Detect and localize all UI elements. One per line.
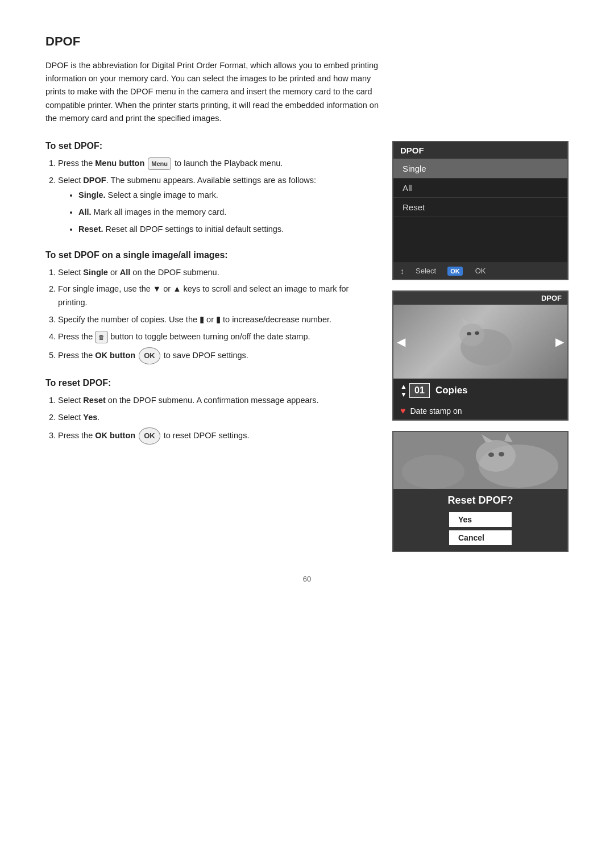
set-dpof-step-1: Press the Menu button Menu to launch the…	[58, 157, 375, 171]
svg-point-8	[476, 440, 516, 472]
bullet-single: Single. Select a single image to mark.	[78, 189, 375, 202]
reset-screen: Reset DPOF? Yes Cancel	[392, 431, 569, 552]
section-title-single-all: To set DPOF on a single image/all images…	[45, 250, 375, 260]
date-stamp-row: ♥ Date stamp on	[393, 402, 567, 420]
copies-label: Copies	[435, 385, 468, 396]
single-all-step-4: Press the 🗑 button to toggle between tur…	[58, 330, 375, 344]
single-all-steps: Select Single or All on the DPOF submenu…	[58, 266, 375, 364]
reset-dpof-step-2: Select Yes.	[58, 411, 375, 425]
heart-icon: ♥	[400, 406, 406, 416]
copies-box: ▲ ▼ 01	[400, 383, 430, 398]
reset-dpof-step-1: Select Reset on the DPOF submenu. A conf…	[58, 394, 375, 408]
nav-arrow-right-icon[interactable]: ▶	[555, 335, 564, 348]
content-area: To set DPOF: Press the Menu button Menu …	[45, 141, 569, 552]
copies-down-btn[interactable]: ▼	[400, 391, 407, 398]
reset-dpof-step-3: Press the OK button OK to reset DPOF set…	[58, 427, 375, 444]
svg-point-13	[402, 455, 464, 489]
svg-point-1	[459, 323, 484, 346]
right-column: DPOF Single All Reset ↕ Select OK OK DPO…	[392, 141, 569, 552]
svg-point-12	[499, 452, 504, 456]
ok-button-icon-1: OK	[139, 347, 160, 364]
reset-dialog-title: Reset DPOF?	[447, 495, 513, 506]
ok-badge: OK	[447, 267, 464, 276]
nav-arrow-left-icon[interactable]: ◀	[397, 335, 405, 348]
reset-dpof-steps: Select Reset on the DPOF submenu. A conf…	[58, 394, 375, 445]
bullet-all: All. Mark all images in the memory card.	[78, 206, 375, 219]
copies-arrows: ▲ ▼	[400, 383, 407, 398]
section-title-reset-dpof: To reset DPOF:	[45, 378, 375, 388]
footer-select-label: Select	[416, 267, 436, 275]
dpof-menu-item-single: Single	[393, 159, 567, 178]
trash-button-icon: 🗑	[95, 331, 108, 343]
ok-button-icon-2: OK	[139, 427, 160, 444]
single-all-step-3: Specify the number of copies. Use the ▮ …	[58, 313, 375, 327]
copies-control-row: ▲ ▼ 01 Copies	[393, 379, 567, 402]
cat-illustration-2	[393, 432, 569, 489]
cat-image-reset	[393, 432, 567, 489]
date-stamp-label: Date stamp on	[410, 406, 462, 416]
single-all-step-5: Press the OK button OK to save DPOF sett…	[58, 347, 375, 364]
dpof-bold: DPOF	[83, 176, 106, 185]
single-all-step-2: For single image, use the ▼ or ▲ keys to…	[58, 283, 375, 310]
page-title: DPOF	[45, 34, 569, 49]
menu-button-icon: Menu	[148, 157, 171, 170]
footer-ok-label: OK	[475, 267, 486, 275]
dpof-menu-screen: DPOF Single All Reset ↕ Select OK OK	[392, 141, 569, 280]
bullet-reset: Reset. Reset all DPOF settings to initia…	[78, 223, 375, 236]
intro-text: DPOF is the abbreviation for Digital Pri…	[45, 59, 381, 125]
dpof-menu-item-all: All	[393, 178, 567, 198]
set-dpof-steps: Press the Menu button Menu to launch the…	[58, 157, 375, 236]
svg-point-4	[467, 332, 471, 335]
copies-screen-title: DPOF	[393, 292, 567, 305]
select-arrow-icon: ↕	[400, 267, 404, 276]
dpof-menu-item-reset: Reset	[393, 198, 567, 217]
copies-screen: DPOF ◀ ▶	[392, 290, 569, 421]
reset-cancel-button[interactable]: Cancel	[449, 530, 512, 545]
menu-button-label: Menu button	[95, 159, 144, 168]
cat-illustration-1	[441, 313, 520, 370]
dpof-menu-footer: ↕ Select OK OK	[393, 263, 567, 279]
reset-yes-button[interactable]: Yes	[449, 512, 512, 527]
dpof-menu-title: DPOF	[393, 142, 567, 159]
svg-point-5	[475, 331, 479, 335]
copies-number: 01	[409, 383, 430, 398]
copies-up-btn[interactable]: ▲	[400, 383, 407, 390]
left-column: To set DPOF: Press the Menu button Menu …	[45, 141, 375, 552]
svg-point-11	[488, 452, 494, 457]
page-number: 60	[45, 575, 569, 583]
dpof-bullets: Single. Select a single image to mark. A…	[78, 189, 375, 236]
reset-dialog-overlay: Reset DPOF? Yes Cancel	[393, 489, 567, 551]
single-all-step-1: Select Single or All on the DPOF submenu…	[58, 266, 375, 280]
page: DPOF DPOF is the abbreviation for Digita…	[0, 0, 614, 629]
set-dpof-step-2: Select DPOF. The submenu appears. Availa…	[58, 174, 375, 236]
reset-dialog-buttons: Yes Cancel	[449, 512, 512, 545]
cat-image-copies: ◀ ▶	[393, 305, 567, 379]
section-title-set-dpof: To set DPOF:	[45, 141, 375, 151]
svg-marker-3	[479, 315, 485, 325]
